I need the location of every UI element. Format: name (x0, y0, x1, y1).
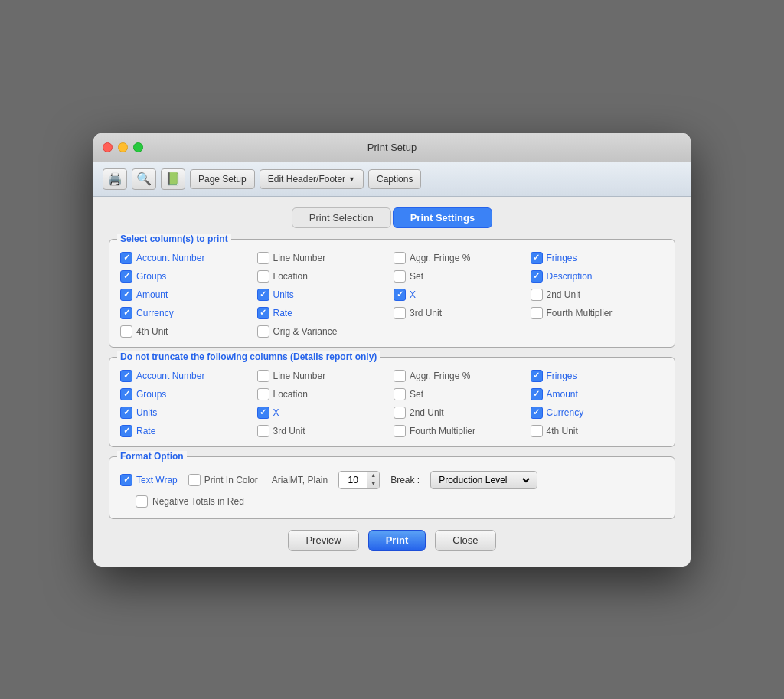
checkbox-item[interactable]: Fourth Multiplier (531, 307, 665, 319)
captions-button[interactable]: Captions (368, 169, 421, 189)
checkbox[interactable] (257, 270, 270, 283)
close-dialog-button[interactable]: Close (435, 530, 495, 551)
tab-print-settings[interactable]: Print Settings (393, 207, 493, 228)
print-color-checkbox[interactable] (188, 474, 201, 486)
checkbox[interactable] (120, 425, 132, 437)
checkbox-item[interactable]: Account Number (120, 370, 254, 382)
checkbox-item[interactable]: Orig & Variance (257, 325, 391, 338)
checkbox[interactable] (257, 407, 270, 419)
checkbox-item[interactable]: Aggr. Fringe % (394, 370, 528, 382)
checkbox-item[interactable]: Groups (120, 388, 254, 400)
checkbox-item[interactable]: Description (531, 270, 665, 283)
checkbox[interactable] (531, 407, 543, 419)
checkbox-item[interactable]: Set (394, 388, 528, 400)
checkbox-item[interactable]: 4th Unit (120, 325, 254, 338)
text-wrap-item[interactable]: Text Wrap (120, 474, 178, 486)
section-select-columns: Select column(s) to print Account Number… (109, 239, 675, 348)
text-wrap-checkbox[interactable] (120, 474, 132, 486)
checkbox-item[interactable]: Amount (120, 289, 254, 301)
checkbox-item[interactable]: Set (394, 270, 528, 283)
checkbox[interactable] (257, 307, 270, 319)
checkbox[interactable] (531, 307, 543, 319)
checkbox-label: Fourth Multiplier (547, 308, 612, 318)
maximize-button[interactable] (133, 142, 143, 152)
checkbox[interactable] (531, 252, 543, 264)
checkbox-item[interactable]: Fringes (531, 252, 665, 264)
checkbox-item[interactable]: Groups (120, 270, 254, 283)
checkbox-item[interactable]: Currency (120, 307, 254, 319)
checkbox[interactable] (531, 388, 543, 400)
checkbox[interactable] (120, 307, 132, 319)
checkbox-item[interactable]: Units (257, 289, 391, 301)
checkbox-item[interactable]: Units (120, 407, 254, 419)
print-color-item[interactable]: Print In Color (188, 474, 258, 486)
checkbox[interactable] (257, 252, 270, 264)
checkbox-item[interactable]: Fringes (531, 370, 665, 382)
checkbox-item[interactable]: Line Number (257, 252, 391, 264)
edit-header-footer-button[interactable]: Edit Header/Footer ▼ (260, 169, 364, 189)
checkbox[interactable] (531, 289, 543, 301)
checkbox[interactable] (120, 325, 132, 338)
format-row: Text Wrap Print In Color ArialMT, Plain … (120, 471, 664, 489)
break-select[interactable]: Production Level Account Category (436, 474, 532, 486)
green-icon-button[interactable]: 📗 (161, 168, 185, 190)
checkbox-item[interactable]: Account Number (120, 252, 254, 264)
checkbox[interactable] (257, 388, 270, 400)
checkbox[interactable] (394, 425, 406, 437)
checkbox-item[interactable]: Rate (120, 425, 254, 437)
checkbox-item[interactable]: Currency (531, 407, 665, 419)
checkbox[interactable] (394, 388, 406, 400)
checkbox[interactable] (120, 407, 132, 419)
checkbox[interactable] (120, 289, 132, 301)
checkbox-item[interactable]: 4th Unit (531, 425, 665, 437)
checkbox-item[interactable]: Aggr. Fringe % (394, 252, 528, 264)
search-icon-button[interactable]: 🔍 (132, 168, 156, 190)
checkbox-item[interactable]: 3rd Unit (257, 425, 391, 437)
break-dropdown[interactable]: Production Level Account Category (430, 471, 537, 489)
checkbox[interactable] (394, 407, 406, 419)
checkbox-item[interactable]: Location (257, 270, 391, 283)
checkbox[interactable] (531, 370, 543, 382)
checkbox[interactable] (120, 370, 132, 382)
spinner-arrows: ▲ ▼ (367, 472, 379, 488)
checkbox-item[interactable]: Amount (531, 388, 665, 400)
checkbox[interactable] (394, 289, 406, 301)
minimize-button[interactable] (118, 142, 128, 152)
checkbox-item[interactable]: Line Number (257, 370, 391, 382)
checkbox-item[interactable]: Fourth Multiplier (394, 425, 528, 437)
preview-button[interactable]: Preview (288, 530, 358, 551)
checkbox-item[interactable]: X (394, 289, 528, 301)
checkbox[interactable] (257, 289, 270, 301)
window-title: Print Setup (368, 142, 416, 153)
checkbox-item[interactable]: Rate (257, 307, 391, 319)
checkbox[interactable] (257, 325, 270, 338)
font-size-spinner[interactable]: ▲ ▼ (338, 471, 380, 489)
checkbox-item[interactable]: 2nd Unit (531, 289, 665, 301)
checkbox-item[interactable]: Location (257, 388, 391, 400)
checkbox[interactable] (394, 270, 406, 283)
print-button[interactable]: Print (368, 530, 426, 551)
spinner-up-icon[interactable]: ▲ (368, 472, 379, 479)
checkbox-item[interactable]: X (257, 407, 391, 419)
checkbox[interactable] (120, 388, 132, 400)
close-button[interactable] (103, 142, 113, 152)
checkbox[interactable] (394, 370, 406, 382)
checkbox[interactable] (257, 370, 270, 382)
font-size-input[interactable] (339, 472, 367, 488)
checkbox[interactable] (120, 252, 132, 264)
checkbox[interactable] (394, 307, 406, 319)
checkbox[interactable] (531, 425, 543, 437)
spinner-down-icon[interactable]: ▼ (368, 480, 379, 488)
negative-totals-checkbox[interactable] (136, 495, 148, 508)
print-icon-button[interactable]: 🖨️ (103, 168, 127, 190)
checkbox[interactable] (257, 425, 270, 437)
tab-print-selection[interactable]: Print Selection (292, 207, 391, 228)
checkbox-item[interactable]: 2nd Unit (394, 407, 528, 419)
checkbox-item[interactable]: 3rd Unit (394, 307, 528, 319)
checkbox-label: Amount (136, 289, 168, 300)
checkbox[interactable] (531, 270, 543, 283)
checkbox[interactable] (120, 270, 132, 283)
page-setup-button[interactable]: Page Setup (190, 169, 255, 189)
checkbox[interactable] (394, 252, 406, 264)
negative-totals-row[interactable]: Negative Totals in Red (120, 495, 664, 508)
